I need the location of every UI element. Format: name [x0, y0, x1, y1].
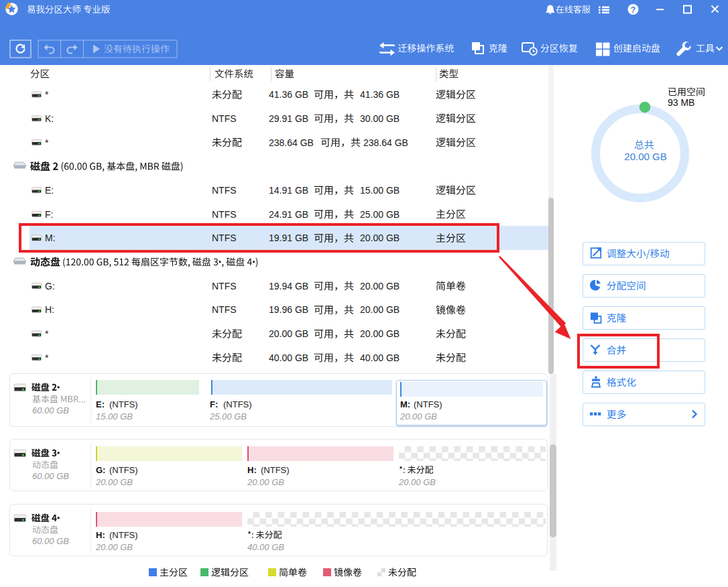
svg-text:20.00 GB: 20.00 GB [95, 542, 133, 552]
svg-text:15.00 GB: 15.00 GB [360, 185, 400, 196]
svg-text:20.00 GB: 20.00 GB [269, 328, 308, 339]
svg-text:19.96 GB: 19.96 GB [269, 304, 308, 315]
svg-text:*: * [45, 137, 49, 148]
svg-text:29.91 GB: 29.91 GB [269, 113, 308, 124]
svg-text:NTFS: NTFS [212, 209, 237, 220]
svg-text:20.00 GB: 20.00 GB [398, 477, 436, 487]
svg-text:25.00 GB: 25.00 GB [209, 411, 247, 421]
svg-text:60.00 GB: 60.00 GB [32, 536, 69, 546]
svg-text:238.64 GB: 238.64 GB [363, 137, 408, 148]
svg-text:19.91 GB: 19.91 GB [269, 233, 308, 243]
svg-text:NTFS: NTFS [212, 281, 237, 291]
svg-text:20.00 GB: 20.00 GB [247, 477, 284, 487]
svg-text:25.00 GB: 25.00 GB [360, 209, 400, 220]
svg-text:24.91 GB: 24.91 GB [269, 209, 308, 220]
svg-text:20.00 GB: 20.00 GB [400, 411, 437, 421]
svg-text:14.91 GB: 14.91 GB [269, 185, 308, 196]
svg-text:K:: K: [45, 113, 54, 124]
svg-text:(NTFS): (NTFS) [109, 465, 138, 475]
svg-text:(NTFS): (NTFS) [414, 399, 442, 409]
svg-text:F:: F: [210, 399, 218, 409]
svg-text:M:: M: [400, 399, 410, 409]
svg-text:19.94 GB: 19.94 GB [269, 281, 308, 291]
svg-text:41.36 GB: 41.36 GB [269, 89, 308, 100]
svg-text:H:: H: [45, 304, 54, 315]
svg-text:(NTFS): (NTFS) [261, 465, 290, 475]
svg-text:20.00 GB: 20.00 GB [95, 477, 133, 487]
svg-text:41.36 GB: 41.36 GB [360, 89, 400, 100]
svg-text:F:: F: [45, 209, 53, 220]
svg-text:(NTFS): (NTFS) [109, 399, 138, 409]
svg-text:20.00 GB: 20.00 GB [360, 233, 400, 243]
svg-text:NTFS: NTFS [212, 185, 237, 196]
svg-text:*: * [45, 352, 49, 363]
svg-text:20.00 GB: 20.00 GB [624, 151, 666, 162]
svg-text:40.00 GB: 40.00 GB [360, 352, 400, 363]
svg-text:M:: M: [45, 233, 56, 243]
svg-text:15.00 GB: 15.00 GB [96, 411, 133, 421]
svg-text:G:: G: [96, 465, 105, 475]
svg-text:NTFS: NTFS [212, 304, 237, 315]
svg-text:E:: E: [45, 185, 54, 196]
svg-text:40.00 GB: 40.00 GB [269, 352, 308, 363]
svg-text:?: ? [631, 5, 636, 15]
svg-text:20.00 GB: 20.00 GB [360, 304, 400, 315]
svg-text:60.00 GB: 60.00 GB [32, 471, 69, 481]
svg-text:E:: E: [96, 399, 105, 409]
svg-text:*: * [45, 89, 49, 100]
svg-text:20.00 GB: 20.00 GB [360, 328, 400, 339]
svg-text:60.00 GB: 60.00 GB [32, 405, 69, 415]
svg-text:H:: H: [96, 530, 105, 540]
svg-text:(NTFS): (NTFS) [109, 530, 138, 540]
svg-text:NTFS: NTFS [212, 233, 237, 243]
svg-text:40.00 GB: 40.00 GB [247, 542, 284, 552]
svg-text:93 MB: 93 MB [668, 97, 694, 108]
svg-text:NTFS: NTFS [212, 113, 237, 124]
svg-text:G:: G: [45, 281, 55, 291]
svg-text:238.64 GB: 238.64 GB [269, 137, 314, 148]
svg-text:(NTFS): (NTFS) [223, 399, 252, 409]
svg-text:20.00 GB: 20.00 GB [360, 281, 400, 291]
svg-text:30.00 GB: 30.00 GB [360, 113, 400, 124]
svg-text:H:: H: [247, 465, 257, 475]
svg-text:*: * [45, 328, 49, 339]
